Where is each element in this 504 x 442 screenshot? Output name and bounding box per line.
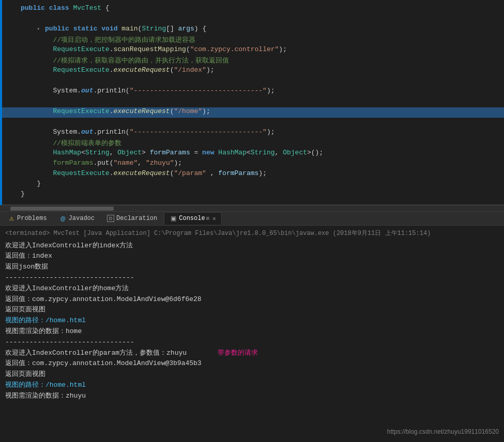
code-line: //项目启动，把控制器中的路由请求加载进容器	[2, 35, 504, 45]
console-line: 视图的路径：/home.html	[5, 315, 499, 326]
code-line: //模拟前端表单的参数	[2, 138, 504, 149]
watermark: https://blog.csdn.net/zhuyu19911016520	[387, 427, 499, 437]
tab-problems-label: Problems	[17, 215, 47, 222]
editor-horizontal-scrollbar[interactable]	[0, 205, 504, 211]
console-icon: ▣	[170, 215, 177, 222]
code-line: System.out.println("--------------------…	[2, 128, 504, 138]
tab-console[interactable]: ▣ Console ⊠ ✕	[164, 212, 222, 225]
console-line: 欢迎进入IndexController的index方法	[5, 241, 499, 251]
code-line	[2, 14, 504, 25]
code-line	[2, 118, 504, 128]
console-output: <terminated> MvcTest [Java Application] …	[0, 226, 504, 442]
declaration-icon: D	[107, 215, 114, 222]
code-line: RequestExecute.scanRequestMapping("com.z…	[2, 45, 504, 56]
console-line: --------------------------------	[5, 337, 499, 348]
code-line: public class MvcTest {	[2, 4, 504, 14]
code-line-highlighted: RequestExecute.executeRequest("/home");	[2, 107, 504, 118]
console-line: 视图需渲染的数据：home	[5, 326, 499, 337]
code-line: RequestExecute.executeRequest("/index");	[2, 66, 504, 76]
console-line: 返回值：com.zypcy.annotation.ModelAndView@3b…	[5, 358, 499, 369]
console-line: 返回页面视图	[5, 369, 499, 380]
code-line: formParams.put("name", "zhuyu");	[2, 159, 504, 169]
code-line: RequestExecute.executeRequest("/param" ,…	[2, 169, 504, 180]
javadoc-icon: @	[59, 215, 67, 222]
code-line: HashMap<String, Object> formParams = new…	[2, 149, 504, 159]
tab-javadoc[interactable]: @ Javadoc	[54, 212, 100, 225]
tab-console-label: Console	[179, 215, 205, 222]
tab-console-close[interactable]: ✕	[212, 215, 216, 223]
console-line: 返回值：com.zypcy.annotation.ModelAndView@6d…	[5, 294, 499, 305]
code-line: System.out.println("--------------------…	[2, 87, 504, 97]
console-line: 返回值：index	[5, 251, 499, 262]
code-line: }	[2, 180, 504, 190]
tab-declaration-label: Declaration	[116, 215, 157, 222]
console-text: 欢迎进入IndexController的param方法，参数值：zhuyu	[5, 348, 187, 359]
code-line: //模拟请求，获取容器中的路由，并执行方法，获取返回值	[2, 56, 504, 66]
code-line: ▾ public static void main(String[] args)…	[2, 25, 504, 35]
console-line: 欢迎进入IndexController的home方法	[5, 283, 499, 294]
console-line: 视图的路径：/home.html	[5, 380, 499, 391]
console-view-badge: ⊠	[206, 215, 209, 222]
tab-problems[interactable]: ⚠ Problems	[2, 212, 53, 225]
code-line	[2, 76, 504, 87]
scrollbar-thumb[interactable]	[10, 207, 114, 211]
tab-declaration[interactable]: D Declaration	[101, 212, 163, 225]
console-line: 返回json数据	[5, 262, 499, 273]
code-line: }	[2, 190, 504, 200]
console-line: 返回页面视图	[5, 305, 499, 315]
code-editor: public class MvcTest { ▾ public static v…	[0, 0, 504, 205]
code-line	[2, 97, 504, 107]
tab-javadoc-label: Javadoc	[69, 215, 95, 222]
tab-bar: ⚠ Problems @ Javadoc D Declaration ▣ Con…	[0, 211, 504, 226]
console-line: 视图需渲染的数据：zhuyu	[5, 391, 499, 402]
console-terminated-line: <terminated> MvcTest [Java Application] …	[5, 229, 499, 239]
console-annotation: 带参数的请求	[218, 348, 258, 359]
console-line-with-note: 欢迎进入IndexController的param方法，参数值：zhuyu 带参…	[5, 348, 499, 359]
problems-icon: ⚠	[8, 215, 15, 222]
console-line: --------------------------------	[5, 273, 499, 283]
